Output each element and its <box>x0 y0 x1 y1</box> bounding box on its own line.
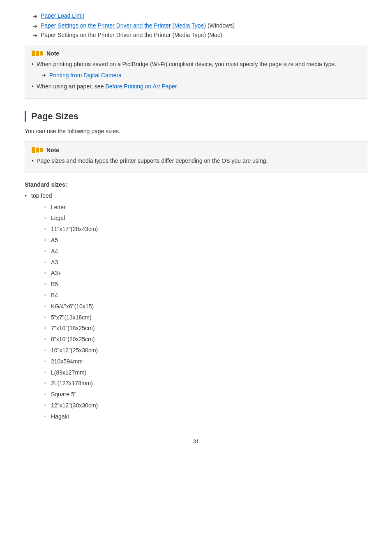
top-feed-item: top feed LetterLegal11"x17"(28x43cm)A5A4… <box>25 191 367 422</box>
sub-arrow-icon: ➔ <box>42 71 46 79</box>
circle-list-item-12: 8"x10"(20x25cm) <box>44 335 367 345</box>
circle-items-list: LetterLegal11"x17"(28x43cm)A5A4A3A3+B5B4… <box>44 203 367 422</box>
note-bullets-2: Page sizes and media types the printer s… <box>32 157 360 165</box>
circle-list-item-13: 10"x12"(25x30cm) <box>44 346 367 356</box>
note-header-1: Note <box>32 50 360 57</box>
before-printing-art-paper-link[interactable]: Before Printing on Art Paper <box>105 83 177 90</box>
note-bullet-2-prefix: When using art paper, see <box>37 83 105 90</box>
circle-list-item-3: A5 <box>44 236 367 245</box>
note-label-1: Note <box>46 50 59 57</box>
circle-list-item-9: KG/4"x6"(10x15) <box>44 302 367 312</box>
circle-list-item-14: 210x594mm <box>44 357 367 367</box>
note-bullet-2: When using art paper, see Before Printin… <box>32 82 360 91</box>
standard-sizes-label: Standard sizes: <box>25 181 367 188</box>
note-bullet-2-1-text: Page sizes and media types the printer s… <box>37 157 267 164</box>
arrow-icon-3: ➔ <box>33 32 37 40</box>
circle-list-item-2: 11"x17"(28x43cm) <box>44 224 367 234</box>
circle-list-item-6: A3+ <box>44 268 367 278</box>
paper-load-limit-link[interactable]: Paper Load Limit <box>41 12 84 19</box>
top-link-2: ➔ Paper Settings on the Printer Driver a… <box>33 22 367 30</box>
note-header-2: Note <box>32 147 360 153</box>
circle-list-item-16: 2L(127x178mm) <box>44 379 367 388</box>
note-box-2: Note Page sizes and media types the prin… <box>25 141 367 173</box>
note-bullets-1: When printing photos saved on a PictBrid… <box>32 60 360 91</box>
note-box-1: Note When printing photos saved on a Pic… <box>25 45 367 99</box>
circle-list-item-1: Legal <box>44 213 367 223</box>
note-bullet-1: When printing photos saved on a PictBrid… <box>32 60 360 80</box>
sub-arrow-container: ➔ Printing from Digital Camera <box>42 71 360 80</box>
circle-list-item-17: Square 5" <box>44 390 367 400</box>
note-bullet-2-1: Page sizes and media types the printer s… <box>32 157 360 165</box>
circle-list-item-11: 7"x10"(18x25cm) <box>44 324 367 333</box>
page-sizes-title: Page Sizes <box>31 111 78 122</box>
circle-list-item-4: A4 <box>44 247 367 257</box>
paper-settings-mac-text: Paper Settings on the Printer Driver and… <box>41 32 222 38</box>
circle-list-item-15: L(89x127mm) <box>44 368 367 378</box>
circle-list-item-19: Hagaki <box>44 412 367 422</box>
circle-list-item-18: 12"x12"(30x30cm) <box>44 401 367 411</box>
arrow-icon-1: ➔ <box>33 12 37 21</box>
section-description: You can use the following page sizes. <box>25 127 367 136</box>
circle-list-item-5: A3 <box>44 258 367 268</box>
note-label-2: Note <box>46 147 59 153</box>
paper-settings-windows-link[interactable]: Paper Settings on the Printer Driver and… <box>41 22 206 29</box>
arrow-icon-2: ➔ <box>33 22 37 30</box>
printing-digital-camera-link[interactable]: Printing from Digital Camera <box>49 71 122 80</box>
top-feed-label: top feed <box>31 192 52 199</box>
top-link-3: ➔ Paper Settings on the Printer Driver a… <box>33 32 367 40</box>
top-arrow-list: ➔ Paper Load Limit ➔ Paper Settings on t… <box>33 12 367 40</box>
standard-sizes-list: top feed LetterLegal11"x17"(28x43cm)A5A4… <box>25 191 367 422</box>
top-link-1: ➔ Paper Load Limit <box>33 12 367 21</box>
circle-list-item-0: Letter <box>44 203 367 213</box>
page-number: 31 <box>25 438 367 444</box>
paper-settings-windows-suffix: (Windows) <box>208 22 235 29</box>
circle-list-item-7: B5 <box>44 280 367 289</box>
note-icon-2 <box>32 147 44 153</box>
note-bullet-2-suffix: . <box>177 83 178 90</box>
note-icon-1 <box>32 51 44 56</box>
note-bullet-1-text: When printing photos saved on a PictBrid… <box>37 61 336 67</box>
circle-list-item-10: 5"x7"(13x18cm) <box>44 313 367 323</box>
section-title-container: Page Sizes <box>25 111 367 122</box>
circle-list-item-8: B4 <box>44 291 367 301</box>
